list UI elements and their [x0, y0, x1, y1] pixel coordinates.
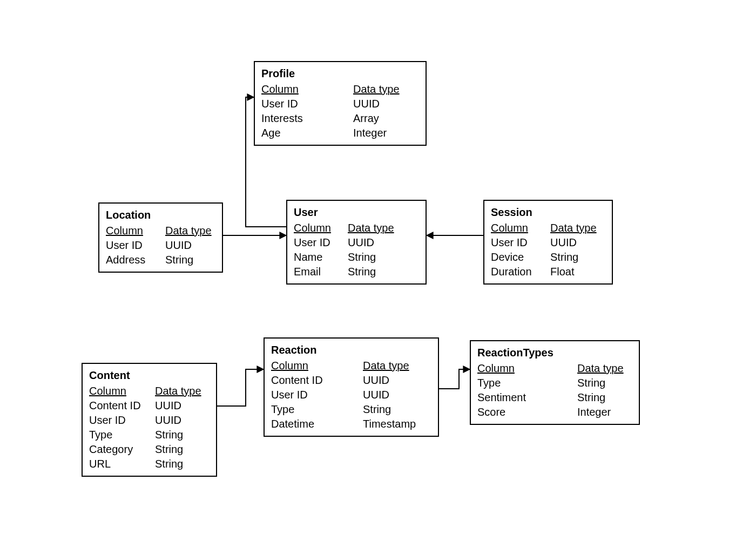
col-name: User ID: [294, 235, 348, 250]
entity-content-title: Content: [89, 368, 210, 383]
col-name: Type: [271, 402, 363, 417]
col-name: Device: [491, 250, 550, 265]
entity-reaction-title: Reaction: [271, 343, 431, 357]
col-name: URL: [89, 457, 155, 471]
entity-session-title: Session: [491, 205, 605, 220]
column-header: Column: [261, 82, 353, 97]
col-name: User ID: [271, 388, 363, 402]
col-type: UUID: [155, 413, 181, 428]
datatype-header: Data type: [577, 361, 624, 376]
col-name: User ID: [106, 238, 165, 253]
entity-user: User Column Data type User IDUUID NameSt…: [286, 200, 427, 285]
column-header: Column: [271, 359, 363, 373]
column-header: Column: [477, 361, 577, 376]
entity-session: Session Column Data type User IDUUID Dev…: [483, 200, 613, 285]
col-type: Integer: [353, 126, 387, 140]
col-type: UUID: [155, 398, 181, 413]
col-type: Timestamp: [363, 417, 416, 431]
col-type: String: [577, 376, 605, 390]
col-name: Datetime: [271, 417, 363, 431]
col-type: String: [165, 253, 193, 267]
datatype-header: Data type: [155, 384, 201, 398]
col-name: Category: [89, 442, 155, 457]
entity-content: Content Column Data type Content IDUUID …: [82, 363, 217, 477]
col-name: Address: [106, 253, 165, 267]
datatype-header: Data type: [348, 221, 394, 235]
datatype-header: Data type: [165, 224, 212, 238]
column-header: Column: [294, 221, 348, 235]
entity-user-title: User: [294, 205, 419, 220]
col-type: String: [363, 402, 391, 417]
col-type: Float: [550, 265, 574, 279]
col-type: Integer: [577, 405, 611, 420]
col-type: UUID: [363, 388, 389, 402]
col-name: Interests: [261, 111, 353, 126]
col-name: User ID: [261, 97, 353, 111]
col-type: UUID: [550, 235, 577, 250]
col-name: Type: [89, 428, 155, 442]
col-name: Type: [477, 376, 577, 390]
column-header: Column: [106, 224, 165, 238]
datatype-header: Data type: [550, 221, 597, 235]
col-name: Score: [477, 405, 577, 420]
entity-reactiontypes-title: ReactionTypes: [477, 346, 632, 360]
col-type: UUID: [348, 235, 374, 250]
col-type: String: [155, 428, 183, 442]
col-type: UUID: [363, 373, 389, 388]
entity-location-title: Location: [106, 208, 215, 222]
col-type: UUID: [353, 97, 380, 111]
er-diagram: Profile Column Data type User IDUUID Int…: [0, 0, 756, 541]
col-name: Duration: [491, 265, 550, 279]
col-name: User ID: [89, 413, 155, 428]
col-name: Content ID: [271, 373, 363, 388]
entity-reactiontypes: ReactionTypes Column Data type TypeStrin…: [470, 340, 640, 425]
datatype-header: Data type: [363, 359, 409, 373]
edge-content-reaction: [217, 369, 264, 406]
col-name: Age: [261, 126, 353, 140]
col-type: String: [155, 457, 183, 471]
entity-profile-title: Profile: [261, 66, 419, 81]
col-name: Sentiment: [477, 390, 577, 405]
col-type: String: [550, 250, 578, 265]
entity-profile: Profile Column Data type User IDUUID Int…: [254, 61, 427, 146]
edge-reaction-reactiontypes: [439, 369, 470, 389]
col-name: User ID: [491, 235, 550, 250]
col-type: String: [348, 265, 376, 279]
col-name: Name: [294, 250, 348, 265]
col-type: Array: [353, 111, 379, 126]
col-type: String: [348, 250, 376, 265]
entity-location: Location Column Data type User IDUUID Ad…: [98, 202, 223, 273]
col-type: String: [155, 442, 183, 457]
col-name: Email: [294, 265, 348, 279]
datatype-header: Data type: [353, 82, 400, 97]
column-header: Column: [89, 384, 155, 398]
entity-reaction: Reaction Column Data type Content IDUUID…: [264, 337, 439, 437]
column-header: Column: [491, 221, 550, 235]
col-name: Content ID: [89, 398, 155, 413]
col-type: UUID: [165, 238, 192, 253]
col-type: String: [577, 390, 605, 405]
